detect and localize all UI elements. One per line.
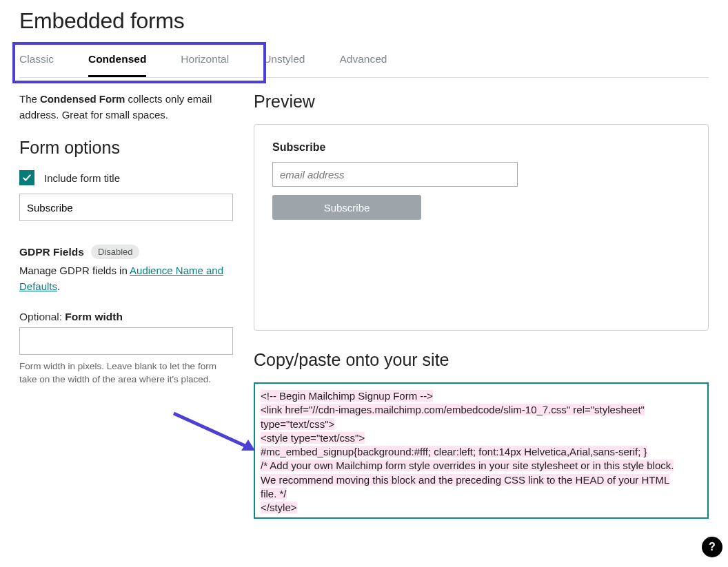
form-options-heading: Form options — [19, 138, 233, 158]
form-title-input[interactable] — [19, 194, 233, 221]
check-icon — [22, 173, 32, 183]
preview-email-input[interactable] — [272, 162, 518, 187]
form-width-helper: Form width in pixels. Leave blank to let… — [19, 360, 233, 386]
gdpr-label: GDPR Fields — [19, 246, 84, 258]
tab-classic[interactable]: Classic — [19, 53, 54, 77]
preview-heading: Preview — [254, 92, 709, 112]
tabs-row: Classic Condensed Horizontal Unstyled Ad… — [19, 53, 709, 78]
gdpr-text-prefix: Manage GDPR fields in — [19, 265, 130, 276]
tab-horizontal[interactable]: Horizontal — [181, 53, 229, 77]
form-width-prefix: Optional: — [19, 311, 65, 322]
gdpr-text-suffix: . — [57, 280, 60, 292]
preview-subscribe-heading: Subscribe — [272, 141, 690, 154]
form-width-input[interactable] — [19, 327, 233, 355]
page-title: Embedded forms — [19, 8, 709, 34]
tab-unstyled[interactable]: Unstyled — [263, 53, 305, 77]
embed-code-textarea[interactable] — [254, 382, 709, 519]
intro-bold: Condensed Form — [40, 93, 125, 105]
code-heading: Copy/paste onto your site — [254, 350, 709, 370]
form-width-label-row: Optional: Form width — [19, 311, 233, 323]
include-title-checkbox[interactable] — [19, 170, 34, 185]
tab-condensed[interactable]: Condensed — [88, 53, 146, 77]
help-button[interactable]: ? — [702, 537, 722, 557]
include-title-label: Include form title — [44, 172, 120, 184]
gdpr-text: Manage GDPR fields in Audience Name and … — [19, 263, 233, 294]
tab-advanced[interactable]: Advanced — [339, 53, 387, 77]
form-width-bold: Form width — [65, 311, 123, 322]
gdpr-status-badge: Disabled — [91, 245, 140, 259]
preview-subscribe-button[interactable]: Subscribe — [272, 195, 421, 220]
intro-prefix: The — [19, 93, 40, 105]
preview-panel: Subscribe Subscribe — [254, 124, 709, 331]
intro-text: The Condensed Form collects only email a… — [19, 92, 233, 123]
